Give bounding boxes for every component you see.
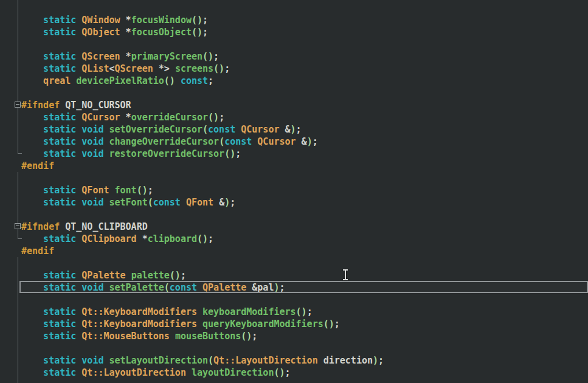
code-token: *> — [153, 63, 175, 74]
fold-collapse-button[interactable] — [15, 223, 21, 229]
code-token: const — [175, 75, 208, 86]
code-token: QCursor — [81, 112, 125, 123]
code-token: * — [142, 233, 148, 244]
code-token: mouseButtons — [175, 331, 241, 342]
code-token: Qt::LayoutDirection — [213, 355, 323, 366]
code-token: ; — [285, 367, 291, 378]
code-token: static — [21, 63, 81, 74]
code-token: direction — [323, 355, 373, 366]
code-token: #endif — [21, 160, 54, 171]
code-token: queryKeyboardModifiers — [202, 319, 323, 330]
code-line[interactable]: static QClipboard *clipboard(); — [0, 233, 588, 245]
code-token: QObject — [81, 27, 125, 38]
fold-collapse-button[interactable] — [15, 102, 21, 108]
code-token: < — [109, 63, 115, 74]
code-token: ; — [224, 63, 230, 74]
code-token: layoutDirection — [192, 367, 274, 378]
code-token: #ifndef — [21, 221, 65, 232]
code-token: QPalette — [202, 282, 252, 293]
code-token: setFont — [109, 197, 148, 208]
code-token: () — [192, 27, 202, 38]
code-token: primaryScreen — [131, 51, 202, 62]
code-token: setPalette — [109, 282, 164, 293]
code-token: & — [219, 197, 224, 208]
code-token: static — [21, 331, 81, 342]
code-line[interactable]: static void setFont(const QFont &); — [0, 196, 588, 209]
code-line[interactable] — [0, 257, 588, 269]
code-token: ( — [164, 282, 170, 293]
code-token: static void — [21, 282, 109, 293]
code-line[interactable] — [0, 209, 588, 221]
fold-end-tick — [18, 238, 22, 239]
code-line[interactable]: static Qt::KeyboardModifiers queryKeyboa… — [0, 318, 588, 330]
code-token: const — [153, 197, 186, 208]
code-line[interactable]: static void setOverrideCursor(const QCur… — [0, 123, 588, 136]
code-line[interactable]: static void changeOverrideCursor(const Q… — [0, 136, 588, 148]
code-token: static — [21, 185, 81, 196]
code-token: static — [21, 112, 81, 123]
code-token: palette — [131, 270, 170, 281]
code-line[interactable]: static void restoreOverrideCursor(); — [0, 148, 588, 160]
code-line[interactable]: static void setLayoutDirection(Qt::Layou… — [0, 354, 588, 367]
code-token: ; — [279, 282, 285, 293]
code-token: static void — [21, 355, 109, 366]
code-token: ) — [224, 197, 230, 208]
code-token: () — [170, 270, 181, 281]
code-line[interactable]: qreal devicePixelRatio() const; — [0, 75, 588, 87]
code-token: QCursor — [241, 124, 285, 135]
code-line[interactable]: static Qt::MouseButtons mouseButtons(); — [0, 330, 588, 342]
code-line[interactable]: static Qt::KeyboardModifiers keyboardMod… — [0, 306, 588, 318]
code-line[interactable]: #ifndef QT_NO_CURSOR — [0, 99, 588, 111]
code-token: * — [126, 27, 131, 38]
code-token: () — [296, 306, 307, 317]
code-token: font — [115, 185, 137, 196]
code-token: const — [208, 124, 241, 135]
code-line[interactable] — [0, 342, 588, 354]
code-line[interactable] — [0, 172, 588, 184]
code-token: screens — [175, 63, 213, 74]
code-line[interactable]: static QWindow *focusWindow(); — [0, 14, 588, 26]
code-line[interactable]: static QObject *focusObject(); — [0, 26, 588, 38]
code-token: ; — [307, 306, 313, 317]
code-line[interactable] — [0, 38, 588, 50]
code-token: #endif — [21, 246, 54, 257]
code-token: static — [21, 15, 81, 26]
fold-line-gap — [16, 160, 19, 172]
code-token: QT_NO_CLIPBOARD — [65, 221, 147, 232]
code-line[interactable]: static QFont font(); — [0, 184, 588, 196]
code-line[interactable]: #endif — [0, 245, 588, 257]
code-line[interactable]: #endif — [0, 160, 588, 172]
code-token: ) — [291, 124, 296, 135]
fold-line-gap — [16, 245, 19, 257]
code-token: QCursor — [257, 136, 301, 147]
code-token: ; — [334, 319, 340, 330]
code-line[interactable]: static QScreen *primaryScreen(); — [0, 50, 588, 63]
code-line[interactable]: static QPalette palette(); — [0, 269, 588, 281]
code-token: static void — [21, 197, 109, 208]
code-token: QPalette — [81, 270, 131, 281]
code-token: QT_NO_CURSOR — [65, 100, 131, 111]
code-token: keyboardModifiers — [202, 306, 296, 317]
code-token: QScreen — [115, 63, 153, 74]
code-token: () — [192, 15, 202, 26]
code-line[interactable] — [0, 2, 588, 14]
code-token: focusWindow — [131, 15, 192, 26]
code-line[interactable]: #ifndef QT_NO_CLIPBOARD — [0, 221, 588, 233]
code-token: #ifndef — [21, 100, 65, 111]
code-area[interactable]: static QWindow *focusWindow(); static QO… — [0, 2, 588, 379]
code-token: ) — [373, 355, 378, 366]
code-token: ; — [208, 75, 213, 86]
code-token: * — [126, 51, 131, 62]
code-line[interactable]: static QCursor *overrideCursor(); — [0, 111, 588, 123]
code-line[interactable]: static void setPalette(const QPalette &p… — [0, 281, 588, 294]
code-token: const — [224, 136, 257, 147]
code-token: ; — [313, 136, 318, 147]
code-token: setOverrideCursor — [109, 124, 203, 135]
code-line[interactable] — [0, 87, 588, 99]
code-line[interactable] — [0, 294, 588, 306]
code-token: () — [164, 75, 175, 86]
code-line[interactable]: static Qt::LayoutDirection layoutDirecti… — [0, 367, 588, 379]
code-token: QClipboard — [81, 233, 142, 244]
code-token: static — [21, 51, 81, 62]
code-line[interactable]: static QList<QScreen *> screens(); — [0, 63, 588, 75]
